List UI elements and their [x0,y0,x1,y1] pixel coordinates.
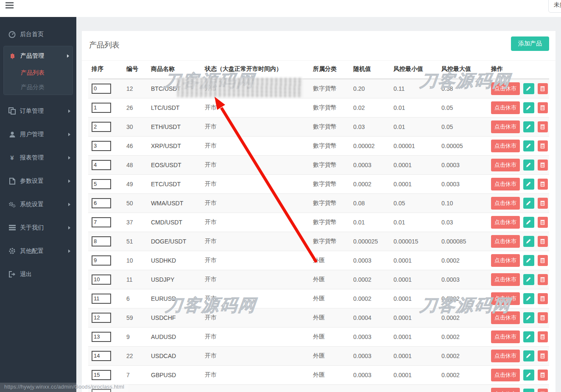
random-value: 0.20 [350,79,390,98]
close-market-button[interactable]: 点击休市 [491,159,520,171]
sort-input[interactable] [92,332,111,342]
sidebar-item-system-settings[interactable]: 系统设置 [0,193,76,216]
sort-input[interactable] [92,351,111,361]
sidebar-item-other-config[interactable]: 其他配置 [0,239,76,263]
sidebar-item-parameters[interactable]: 参数设置 [0,169,76,193]
edit-button[interactable] [523,274,534,285]
delete-button[interactable] [538,331,548,342]
random-value: 0.03 [350,117,390,136]
risk-min-value: 0.0001 [390,346,438,365]
sidebar-item-product-list[interactable]: 产品列表 [4,66,73,80]
delete-button[interactable] [538,293,548,304]
sort-input[interactable] [92,236,111,246]
table-header-row: 排序 编号 商品名称 状态（大盘正常开市时间内） 所属分类 随机值 风控最小值 … [88,61,549,79]
pencil-icon [526,200,531,206]
chevron-right-icon [67,54,69,58]
sort-input[interactable] [92,294,111,304]
delete-button[interactable] [538,217,548,228]
delete-button[interactable] [538,83,548,94]
delete-button[interactable] [538,236,548,247]
edit-button[interactable] [523,236,534,247]
close-market-button[interactable]: 点击休市 [491,216,520,229]
sort-input[interactable] [92,255,111,266]
sort-input[interactable] [92,217,111,227]
close-market-button[interactable]: 点击休市 [491,350,520,362]
edit-button[interactable] [523,121,534,132]
chevron-right-icon [68,203,70,206]
edit-button[interactable] [523,217,534,228]
edit-button[interactable] [523,83,534,94]
risk-max-value [438,384,488,392]
risk-min-value: 0.00001 [390,136,438,155]
delete-button[interactable] [538,102,548,113]
pencil-icon [526,258,531,263]
close-market-button[interactable]: 点击休市 [491,330,520,343]
risk-min-value: 0.01 [390,98,438,117]
close-market-button[interactable]: 点击休市 [491,120,520,133]
chevron-right-icon [68,109,70,113]
delete-button[interactable] [538,389,548,392]
sort-input[interactable] [92,122,111,132]
risk-max-value: 0.05 [438,117,488,136]
close-market-button[interactable]: 点击休市 [491,197,520,210]
close-market-button[interactable]: 点击休市 [491,273,520,286]
sidebar-item-dashboard[interactable]: 后台首页 [0,23,76,46]
delete-button[interactable] [538,140,548,151]
product-status: 开市 [201,251,310,270]
sort-input[interactable] [92,313,111,323]
delete-button[interactable] [538,160,548,171]
edit-button[interactable] [523,350,534,361]
close-market-button[interactable]: 点击休市 [491,140,520,152]
user-badge[interactable]: 未姓 [548,0,561,13]
user-icon [8,131,16,138]
delete-button[interactable] [538,121,548,132]
sort-input[interactable] [92,84,111,94]
edit-button[interactable] [523,102,534,113]
risk-min-value: 0.000015 [390,232,438,251]
hamburger-menu-icon[interactable] [6,2,14,8]
edit-button[interactable] [523,331,534,342]
close-market-button[interactable]: 点击休市 [491,388,520,392]
sidebar-item-reports[interactable]: ¥ 报表管理 [0,146,76,169]
sort-input[interactable] [92,141,111,151]
sort-input[interactable] [92,103,111,113]
delete-button[interactable] [538,274,548,285]
sidebar-item-orders[interactable]: 订单管理 [0,99,76,123]
delete-button[interactable] [538,370,548,381]
edit-button[interactable] [523,179,534,190]
sort-input[interactable] [92,160,111,170]
delete-button[interactable] [538,312,548,323]
add-product-button[interactable]: 添加产品 [511,36,549,51]
sidebar-item-about-us[interactable]: 关于我们 [0,216,76,239]
random-value: 0.01 [350,213,390,232]
delete-button[interactable] [538,198,548,209]
delete-button[interactable] [538,350,548,361]
edit-button[interactable] [523,312,534,323]
edit-button[interactable] [523,389,534,392]
close-market-button[interactable]: 点击休市 [491,101,520,114]
edit-button[interactable] [523,140,534,151]
sidebar-item-product-management[interactable]: ฿ 产品管理 [4,46,73,66]
sidebar-item-logout[interactable]: 退出 [0,263,76,286]
edit-button[interactable] [523,293,534,304]
close-market-button[interactable]: 点击休市 [491,82,520,95]
edit-button[interactable] [523,198,534,209]
close-market-button[interactable]: 点击休市 [491,292,520,305]
close-market-button[interactable]: 点击休市 [491,178,520,190]
edit-button[interactable] [523,160,534,171]
sort-input[interactable] [92,179,111,189]
close-market-button[interactable]: 点击休市 [491,311,520,324]
random-value: 0.0003 [350,155,390,174]
sort-input[interactable] [92,198,111,208]
sidebar-item-product-category[interactable]: 产品分类 [4,80,73,95]
edit-button[interactable] [523,370,534,381]
delete-button[interactable] [538,255,548,266]
close-market-button[interactable]: 点击休市 [491,254,520,267]
close-market-button[interactable]: 点击休市 [491,235,520,248]
close-market-button[interactable]: 点击休市 [491,369,520,381]
sort-input[interactable] [92,274,111,285]
delete-button[interactable] [538,179,548,190]
sidebar-item-users[interactable]: 用户管理 [0,123,76,146]
sort-input[interactable] [92,370,111,380]
edit-button[interactable] [523,255,534,266]
